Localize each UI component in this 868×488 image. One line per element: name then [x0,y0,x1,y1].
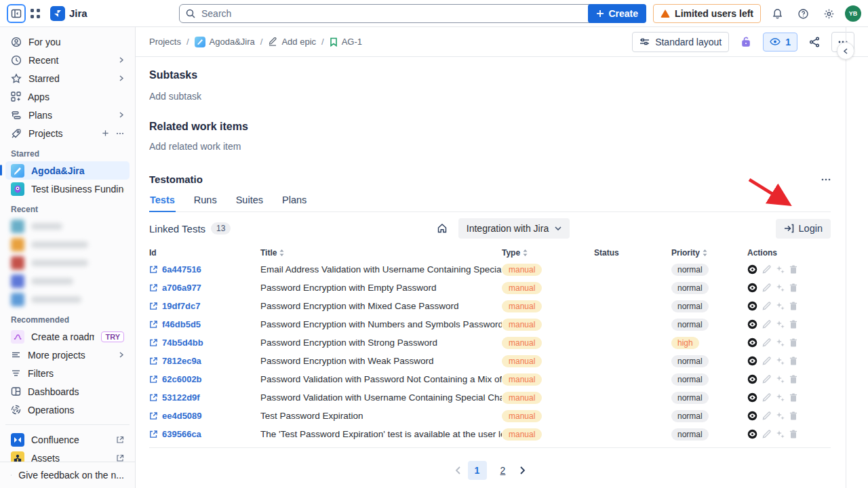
ai-action-button[interactable] [776,430,785,439]
delete-test-button[interactable] [789,357,797,365]
delete-test-button[interactable] [789,375,797,384]
sidebar-item-starred[interactable]: Starred [5,69,130,87]
recent-item-redacted[interactable] [5,272,130,290]
test-id-link[interactable]: 6a447516 [149,264,260,274]
expand-right-panel-button[interactable] [837,42,854,60]
tab-plans[interactable]: Plans [281,192,307,212]
edit-test-button[interactable] [762,375,771,384]
limited-users-button[interactable]: Limited users left [653,4,761,23]
test-id-link[interactable]: 53122d9f [149,392,260,403]
breadcrumb-projects[interactable]: Projects [149,37,181,47]
view-test-button[interactable] [747,392,757,403]
delete-test-button[interactable] [789,302,797,310]
sidebar-item-filters[interactable]: Filters [5,364,130,382]
settings-button[interactable] [819,4,838,23]
delete-test-button[interactable] [789,411,797,420]
test-id-link[interactable]: 74b5d4bb [149,338,260,348]
pagination-page-2[interactable]: 2 [494,461,513,480]
add-related-item-button[interactable]: Add related work item [149,141,831,152]
column-header-priority[interactable]: Priority [671,248,747,258]
column-header-title[interactable]: Title [260,248,502,258]
column-header-type[interactable]: Type [502,248,594,258]
sidebar-item-dashboards[interactable]: Dashboards [5,382,130,401]
delete-test-button[interactable] [789,393,797,402]
breadcrumb-issue-key[interactable]: AG-1 [330,37,362,47]
view-test-button[interactable] [747,429,757,439]
home-icon[interactable] [437,223,448,234]
pagination-page-1[interactable]: 1 [468,461,487,480]
sidebar-project-agoda-jira[interactable]: Agoda&Jira [5,161,130,180]
notifications-button[interactable] [768,4,787,23]
view-test-button[interactable] [747,319,757,329]
view-test-button[interactable] [747,374,757,384]
tab-runs[interactable]: Runs [193,192,218,212]
edit-test-button[interactable] [762,265,771,274]
view-test-button[interactable] [747,301,757,311]
help-button[interactable] [793,4,812,23]
test-id-link[interactable]: f46db5d5 [149,319,260,329]
sidebar-item-projects[interactable]: Projects [5,124,130,142]
sidebar-item-plans[interactable]: Plans [5,106,130,124]
integration-dropdown[interactable]: Integration with Jira [458,218,570,239]
edit-test-button[interactable] [762,357,771,365]
sidebar-item-create-roadmap[interactable]: Create a roadmap TRY [5,327,130,346]
create-button[interactable]: Create [588,4,646,23]
pagination-next-button[interactable] [519,466,526,474]
edit-test-button[interactable] [762,411,771,420]
testomatio-more-button[interactable] [821,178,831,181]
breadcrumb-project[interactable]: Agoda&Jira [195,37,255,47]
recent-item-redacted[interactable] [5,290,130,308]
test-id-link[interactable]: ee4d5089 [149,411,260,421]
sidebar-item-confluence[interactable]: Confluence [5,430,130,449]
breadcrumb-add-epic[interactable]: Add epic [268,37,316,47]
tab-tests[interactable]: Tests [149,192,176,212]
tab-suites[interactable]: Suites [235,192,264,212]
add-project-icon[interactable] [102,129,109,137]
view-test-button[interactable] [747,338,757,348]
edit-test-button[interactable] [762,338,771,347]
collapse-sidebar-button[interactable] [7,4,26,23]
watchers-button[interactable]: 1 [763,33,797,52]
search-input[interactable] [179,4,624,23]
delete-test-button[interactable] [789,283,797,292]
view-test-button[interactable] [747,411,757,421]
view-test-button[interactable] [747,264,757,274]
ai-action-button[interactable] [776,302,785,310]
test-id-link[interactable]: 62c6002b [149,374,260,384]
login-button[interactable]: Login [776,219,831,239]
recent-item-redacted[interactable] [5,217,130,235]
edit-test-button[interactable] [762,393,771,402]
user-avatar[interactable]: YB [845,5,861,22]
edit-test-button[interactable] [762,430,771,439]
recent-item-redacted[interactable] [5,235,130,253]
test-id-link[interactable]: 7812ec9a [149,356,260,366]
more-projects-menu-icon[interactable] [116,129,124,138]
delete-test-button[interactable] [789,338,797,347]
test-id-link[interactable]: 19df7dc7 [149,301,260,311]
ai-action-button[interactable] [776,265,785,274]
give-feedback-button[interactable]: Give feedback on the n... [0,462,135,488]
sidebar-item-more-projects[interactable]: More projects [5,346,130,364]
ai-action-button[interactable] [776,393,785,402]
view-test-button[interactable] [747,283,757,293]
app-switcher-button[interactable] [26,4,45,23]
view-test-button[interactable] [747,356,757,366]
recent-item-redacted[interactable] [5,253,130,272]
delete-test-button[interactable] [789,265,797,274]
ai-action-button[interactable] [776,375,785,384]
ai-action-button[interactable] [776,320,785,329]
sidebar-item-recent[interactable]: Recent [5,51,130,69]
delete-test-button[interactable] [789,320,797,329]
share-button[interactable] [804,32,825,52]
pagination-prev-button[interactable] [455,466,461,474]
ai-action-button[interactable] [776,357,785,365]
ai-action-button[interactable] [776,411,785,420]
sidebar-item-operations[interactable]: Operations [5,401,130,419]
delete-test-button[interactable] [789,430,797,439]
sidebar-project-test-ibusiness[interactable]: Test iBusiness Funding [5,180,130,198]
edit-test-button[interactable] [762,320,771,329]
sidebar-item-apps[interactable]: Apps [5,87,130,106]
test-id-link[interactable]: a706a977 [149,283,260,293]
ai-action-button[interactable] [776,283,785,292]
standard-layout-button[interactable]: Standard layout [632,32,729,52]
